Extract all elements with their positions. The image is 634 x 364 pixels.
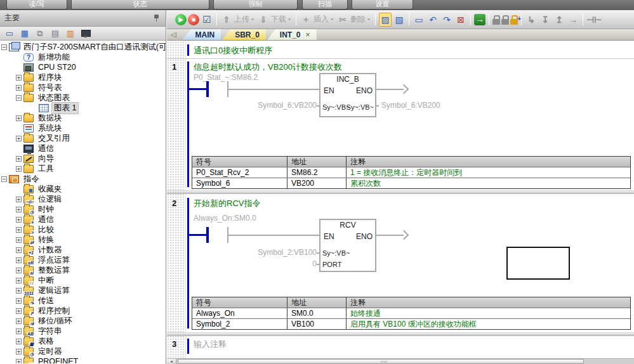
ribbon-force[interactable]: 强制 — [213, 0, 298, 10]
separator[interactable] — [409, 14, 409, 25]
horizontal-scrollbar[interactable]: ◂ — [167, 358, 634, 364]
expander-icon[interactable]: + — [16, 257, 22, 263]
tree-communications[interactable]: 通信 — [0, 143, 166, 153]
ribbon-settings[interactable]: 设置 — [352, 0, 413, 10]
line-down-button[interactable]: ↧ — [539, 12, 551, 27]
separator[interactable] — [216, 14, 217, 25]
delete-network-button[interactable]: ⊠ — [454, 12, 467, 27]
contact-leg[interactable] — [206, 81, 209, 97]
tree-program-block[interactable]: + 程序块 — [0, 72, 166, 82]
tree-symbol-table[interactable]: + 符号表 — [0, 82, 166, 93]
expander-icon[interactable]: + — [16, 247, 22, 253]
tree-bit-logic[interactable]: + ⊣⊢ 位逻辑 — [0, 194, 166, 204]
dropdown-arrow-icon[interactable]: ▾ — [367, 16, 370, 22]
tree-clock[interactable]: + ◷ 时钟 — [0, 204, 166, 214]
ribbon-status[interactable]: 状态 — [71, 0, 209, 10]
tree-logic-operations[interactable]: + 1011 逻辑运算 — [0, 285, 166, 296]
pin-icon[interactable] — [154, 15, 159, 22]
expander-icon[interactable]: + — [16, 85, 22, 91]
program-editor-icon[interactable]: ▭ — [4, 29, 15, 39]
tree-convert[interactable]: + ⇄ 转换 — [0, 235, 166, 245]
communications-icon[interactable] — [80, 29, 91, 39]
symbol-table-row[interactable]: Always_On SM0.0 始终接通 — [192, 308, 630, 318]
expander-icon[interactable]: + — [16, 136, 22, 141]
insert-network-button[interactable]: ▭ — [413, 12, 425, 27]
rcv-box[interactable]: RCV EN ENO Sy~:VB~ PORT — [319, 219, 376, 272]
tbl-pin[interactable]: Sy~:VB~ — [322, 249, 350, 257]
tree-tools[interactable]: + 工具 — [0, 164, 166, 174]
separator[interactable] — [521, 14, 522, 25]
tree-table[interactable]: + ▦ 表格 — [0, 336, 166, 346]
out-pin[interactable]: Sy~:VB~ — [347, 103, 374, 111]
tab-int0[interactable]: INT_0 × — [267, 29, 317, 40]
compile-button[interactable]: ☑ — [201, 12, 213, 27]
expander-icon[interactable]: − — [1, 44, 7, 50]
expander-icon[interactable]: + — [16, 217, 22, 223]
tree-string[interactable]: + AB 字符串 — [0, 326, 166, 336]
expander-icon[interactable]: + — [16, 227, 22, 233]
separator[interactable] — [296, 14, 296, 25]
scroll-left-icon[interactable]: ◂ — [167, 359, 176, 364]
dropdown-arrow-icon[interactable]: ▾ — [251, 16, 254, 22]
symbol-table-icon[interactable]: ▦ — [19, 29, 30, 39]
close-tab-icon[interactable]: × — [306, 30, 310, 39]
separator[interactable] — [489, 14, 489, 25]
expander-icon[interactable]: + — [16, 237, 22, 243]
separator[interactable] — [470, 14, 471, 25]
expander-icon[interactable]: + — [16, 115, 22, 121]
tree-status-chart[interactable]: − 状态图表 — [0, 93, 166, 103]
redo-network-button[interactable]: ↷ — [440, 12, 453, 27]
tree-data-block[interactable]: + 数据块 — [0, 113, 166, 123]
port-operand-label[interactable]: 0 — [247, 259, 317, 268]
tree-new-features[interactable]: 新增功能 — [0, 52, 166, 62]
out-operand-label[interactable]: Symbol_6:VB200 — [381, 101, 440, 110]
delete-button[interactable]: ✂ 删除 ▾ — [336, 12, 372, 27]
contact-operand-label[interactable]: P0_Stat_~:SM86.2 — [194, 73, 258, 82]
expander-icon[interactable]: + — [16, 328, 22, 334]
expander-icon[interactable]: + — [16, 359, 22, 364]
insert-button[interactable]: + 插入 ▾ — [300, 12, 335, 27]
tab-scroll-left-icon[interactable]: ◁ — [171, 30, 176, 39]
data-block-icon[interactable]: ▤ — [50, 29, 61, 39]
network-2-comment[interactable]: 开始新的RCV指令 — [194, 198, 260, 209]
symbol-table-row[interactable]: Symbol_2 VB100 启用具有 VB100 缓冲区的接收功能框 — [192, 318, 630, 329]
tree-timers[interactable]: + ◷ 定时器 — [0, 346, 166, 356]
cross-reference-icon[interactable]: ▥ — [65, 29, 76, 39]
tree-integer-math[interactable]: + ±I 整数运算 — [0, 265, 166, 275]
tree-cross-reference[interactable]: + 交叉引用 — [0, 133, 166, 143]
tree-system-block[interactable]: 系统块 — [0, 123, 166, 133]
lock-button[interactable] — [492, 12, 500, 27]
stop-button[interactable]: ■ — [188, 12, 199, 27]
separator[interactable] — [375, 14, 376, 25]
line-right-button[interactable]: → — [567, 12, 579, 27]
program-comment[interactable]: 通讯口0接收中断程序 — [194, 45, 272, 56]
tab-main[interactable]: MAIN — [182, 29, 221, 40]
expander-icon[interactable]: + — [16, 318, 22, 324]
expander-icon[interactable]: + — [16, 339, 22, 344]
expander-icon[interactable]: + — [16, 349, 22, 354]
tree-float-math[interactable]: + ±R 浮点运算 — [0, 255, 166, 265]
tree-wizards[interactable]: + 向导 — [0, 153, 166, 164]
tree-comm-instructions[interactable]: + ϟ 通信 — [0, 214, 166, 224]
expander-icon[interactable]: + — [16, 197, 22, 202]
expander-icon[interactable]: + — [16, 166, 22, 172]
ribbon-scan[interactable]: 扫描 — [302, 0, 348, 10]
tree-compare[interactable]: + > 比较 — [0, 224, 166, 235]
contact-button[interactable]: ⊣⊢ — [586, 12, 602, 27]
unlock-button[interactable] — [501, 12, 509, 27]
symbol-table-row[interactable]: Symbol_6 VB200 累积次数 — [192, 178, 630, 188]
expander-icon[interactable]: + — [16, 156, 22, 162]
symbol-table-row[interactable]: P0_Stat_Rcv_2 SM86.2 1 = 接收消息终止：定时器时间到 — [192, 167, 630, 178]
network-1-comment[interactable]: 信息超时默认成功，VB200计数接收次数 — [194, 62, 342, 73]
tree-favorites[interactable]: 收藏夹 — [0, 184, 166, 194]
tree-move[interactable]: + ↷ 传送 — [0, 296, 166, 306]
selection-mode-button[interactable]: ▨ — [379, 12, 392, 27]
multi-selection-button[interactable]: ▧ — [393, 12, 406, 27]
tree-counters[interactable]: + +1 计数器 — [0, 245, 166, 255]
contact-leg[interactable] — [206, 227, 209, 243]
status-chart-icon[interactable]: ⧉ — [34, 29, 46, 39]
expander-icon[interactable]: + — [16, 75, 22, 81]
tbl-operand-label[interactable]: Symbol_2:VB100 — [247, 248, 317, 257]
expander-icon[interactable]: + — [16, 278, 22, 283]
inc-b-box[interactable]: INC_B EN ENO Sy~:VB~ Sy~:VB~ — [319, 73, 376, 117]
